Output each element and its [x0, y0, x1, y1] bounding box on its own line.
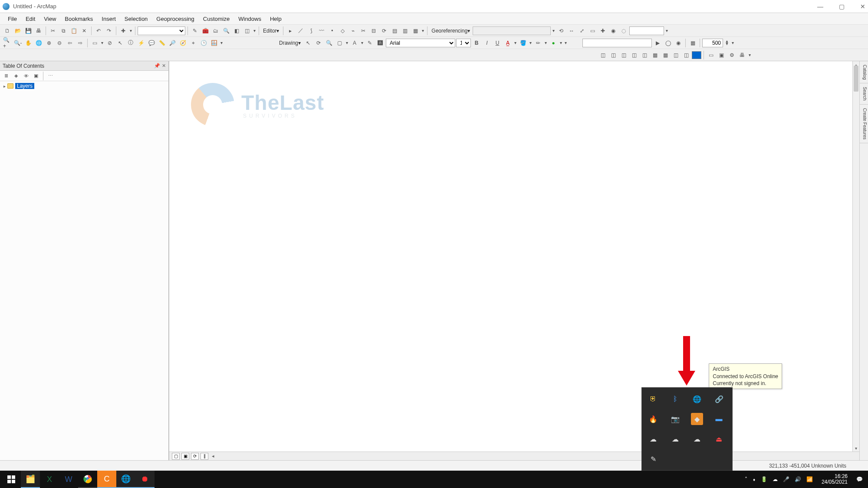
georef-deletecp[interactable]: ◌ [619, 26, 628, 36]
map-canvas[interactable]: TheLast SURVIVORS [169, 61, 859, 460]
tray-cloud1-icon[interactable]: ☁ [647, 433, 659, 445]
grid-button[interactable]: ▦ [688, 38, 697, 48]
toolbox-button[interactable]: 🧰 [201, 26, 210, 36]
edit-attributes-button[interactable]: ▤ [390, 26, 399, 36]
taskbar-word[interactable]: W [59, 471, 78, 488]
add-data-button[interactable]: ✚ [118, 26, 128, 36]
drawing-rotate-tool[interactable]: ⟳ [314, 38, 323, 48]
ex-btn-1[interactable]: ◫ [598, 50, 608, 60]
editor-overflow[interactable]: ▾ [421, 28, 425, 33]
new-button[interactable]: 🗋 [3, 26, 12, 36]
taskbar-excel[interactable]: X [40, 471, 59, 488]
ex-btn-7[interactable]: ▦ [661, 50, 670, 60]
marker-color-button[interactable]: ● [549, 38, 558, 48]
edit-reshape-tool[interactable]: ⌁ [348, 26, 358, 36]
taskbar-clock[interactable]: 16:26 24/05/2021 [818, 474, 851, 485]
find-tool[interactable]: 🔎 [168, 38, 177, 48]
underline-button[interactable]: U [493, 38, 502, 48]
tray-camera-icon[interactable]: 📷 [669, 413, 681, 425]
georef-layer-combo[interactable] [473, 26, 551, 35]
close-button[interactable]: ✕ [860, 3, 865, 10]
search-window-button[interactable]: 🔍 [221, 26, 231, 36]
edit-arc-tool[interactable]: ⟆ [306, 26, 316, 36]
menu-bookmarks[interactable]: Bookmarks [60, 14, 97, 24]
toc-list-selection[interactable]: ▣ [32, 72, 40, 80]
ex-btn-8[interactable]: ◫ [671, 50, 681, 60]
georef-rotate[interactable]: ⟲ [556, 26, 566, 36]
toc-layers-root[interactable]: ▸ Layers [3, 83, 165, 89]
scale-combo[interactable] [138, 26, 185, 35]
georef-viewlink[interactable]: ▭ [588, 26, 597, 36]
ex-btn-13[interactable]: 🖶 [737, 50, 747, 60]
tray-eject-icon[interactable]: ⏏ [713, 433, 725, 445]
select-features-tool[interactable]: ▭ [90, 38, 99, 48]
drawing-edit-vertices[interactable]: ✎ [365, 38, 375, 48]
hscroll-left-icon[interactable]: ◂ [212, 453, 214, 459]
select-elements-tool[interactable]: ↖ [115, 38, 125, 48]
taskbar-file-explorer[interactable]: 🗂️ [21, 471, 40, 488]
find-route-tool[interactable]: 🧭 [178, 38, 187, 48]
tray-pen-icon[interactable]: ✎ [647, 453, 659, 465]
tools-overflow[interactable]: ▾ [220, 40, 224, 45]
open-button[interactable]: 📂 [13, 26, 23, 36]
go-to-xy-tool[interactable]: ⌖ [188, 38, 198, 48]
identify-tool[interactable]: ⓘ [126, 38, 135, 48]
tray-wifi-icon[interactable]: 📶 [806, 476, 813, 482]
georef-addcp[interactable]: ✚ [598, 26, 608, 36]
cell-size-input[interactable] [702, 39, 723, 47]
drawing-zoom-tool[interactable]: 🔍 [324, 38, 334, 48]
toc-list-source[interactable]: ◈ [12, 72, 20, 80]
dock-tab-search[interactable]: Search [860, 83, 868, 105]
location-b-button[interactable]: ◉ [674, 38, 683, 48]
fill-color-button[interactable]: 🪣 [518, 38, 528, 48]
cell-size-stepper[interactable]: ▲▼ [724, 38, 730, 48]
taskbar-arcmap[interactable]: 🌐 [116, 471, 135, 488]
menu-file[interactable]: File [3, 14, 21, 24]
delete-button[interactable]: ✕ [79, 26, 89, 36]
edit-point-tool[interactable]: • [327, 26, 337, 36]
edit-cut-poly-tool[interactable]: ✂ [358, 26, 368, 36]
taskbar-chrome[interactable] [78, 471, 97, 488]
edit-rotate-tool[interactable]: ⟳ [379, 26, 389, 36]
extra-overflow[interactable]: ▾ [748, 53, 752, 57]
menu-edit[interactable]: Edit [21, 14, 39, 24]
ex-btn-2[interactable]: ◫ [608, 50, 618, 60]
georef-overflow[interactable]: ▾ [665, 28, 669, 33]
tray-app-icon[interactable]: ▬ [713, 413, 725, 425]
ex-btn-11[interactable]: ▣ [717, 50, 726, 60]
add-data-dropdown[interactable]: ▾ [129, 28, 133, 33]
ex-btn-3[interactable]: ◫ [619, 50, 628, 60]
hyperlink-tool[interactable]: ⚡ [136, 38, 146, 48]
tray-notifications-icon[interactable]: 💬 [856, 476, 863, 482]
standard-overflow[interactable]: ▾ [253, 28, 256, 33]
editor-menu-label[interactable]: Editor▾ [261, 28, 281, 34]
save-button[interactable]: 💾 [23, 26, 33, 36]
bold-button[interactable]: B [472, 38, 481, 48]
toc-options[interactable]: ⋯ [46, 72, 55, 80]
menu-help[interactable]: Help [266, 14, 286, 24]
edit-vertex-tool[interactable]: ◇ [338, 26, 347, 36]
tray-dropbox-icon[interactable]: ⬧ [753, 476, 756, 482]
georef-selectcp[interactable]: ◉ [608, 26, 618, 36]
tray-cloud3-icon[interactable]: ☁ [691, 433, 703, 445]
create-viewer-button[interactable]: 🪟 [209, 38, 219, 48]
georef-scale[interactable]: ⤢ [577, 26, 587, 36]
tray-agent-icon[interactable]: ◆ [691, 413, 703, 425]
georef-value-input[interactable] [629, 26, 664, 35]
map-area[interactable]: TheLast SURVIVORS ▴ ▾ ▢ ▣ ⟳ ‖ ◂ [169, 61, 859, 460]
line-color-dropdown[interactable]: ▾ [544, 40, 548, 45]
toc-tree[interactable]: ▸ Layers [0, 81, 168, 460]
clear-selection[interactable]: ⊘ [105, 38, 115, 48]
drawing-shape-tool[interactable]: ▢ [335, 38, 344, 48]
drawing-shape-dropdown[interactable]: ▾ [345, 40, 349, 45]
expand-icon[interactable]: ▸ [3, 84, 6, 89]
minimize-button[interactable]: — [817, 3, 823, 10]
prev-extent[interactable]: ⇦ [65, 38, 75, 48]
toc-list-drawing-order[interactable]: ≣ [2, 72, 10, 80]
drawing-select-tool[interactable]: ↖ [303, 38, 313, 48]
catalog-button[interactable]: 🗂 [211, 26, 220, 36]
ex-btn-12[interactable]: ⚙ [727, 50, 736, 60]
refresh-view-button[interactable]: ⟳ [191, 453, 199, 460]
layout-view-tab[interactable]: ▣ [181, 453, 189, 460]
ex-btn-10[interactable]: ▭ [706, 50, 716, 60]
